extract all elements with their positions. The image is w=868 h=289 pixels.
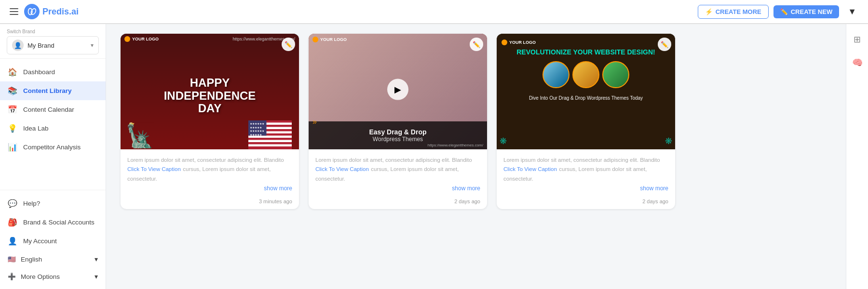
- card2-sub: Wordpress Themes: [314, 136, 481, 143]
- card3-timestamp: 2 days ago: [642, 198, 668, 204]
- card3-circle-3: [602, 61, 629, 88]
- card2-show-more[interactable]: show more: [315, 185, 480, 192]
- svg-rect-7: [248, 140, 292, 143]
- card-image-2: YOUR LOGO » ▶ Easy Drag & Drop Wordpress…: [309, 34, 487, 149]
- right-panel-icon-2[interactable]: 🧠: [850, 55, 865, 70]
- logo-text: Predis.ai: [42, 7, 79, 17]
- help-icon: 💬: [8, 199, 17, 208]
- sidebar-item-competitor-analysis[interactable]: 📊 Competitor Analysis: [0, 138, 106, 157]
- card2-edit-button[interactable]: ✏️: [470, 38, 483, 51]
- card1-timestamp: 3 minutes ago: [259, 198, 292, 204]
- card2-caption-text: Lorem ipsum dolor sit amet, consectetur …: [315, 157, 472, 163]
- more-options-label: More Options: [21, 273, 60, 280]
- sidebar-item-label: Competitor Analysis: [23, 144, 81, 151]
- right-panel: ⊞ 🧠: [846, 24, 868, 289]
- right-panel-icon-1[interactable]: ⊞: [850, 32, 865, 47]
- pencil-icon: ✏️: [780, 8, 788, 15]
- post-card-3: YOUR LOGO REVOLUTIONIZE YOUR WEBSITE DES…: [497, 34, 675, 209]
- card2-play-button[interactable]: ▶: [387, 79, 408, 100]
- sidebar-item-brand-social[interactable]: 🎒 Brand & Social Accounts: [0, 213, 106, 232]
- more-options[interactable]: ➕ More Options ▾: [0, 268, 106, 285]
- language-label: English: [21, 256, 42, 263]
- filter-icon[interactable]: ▼: [844, 5, 860, 19]
- post-card-1: YOUR LOGO https://www.elegantthemes.com/…: [121, 34, 299, 209]
- sidebar-item-label: Content Calendar: [23, 106, 74, 113]
- card1-caption-link[interactable]: Click To View Caption: [127, 166, 181, 172]
- card3-background: YOUR LOGO REVOLUTIONIZE YOUR WEBSITE DES…: [497, 34, 675, 149]
- sidebar-item-content-library[interactable]: 📚 Content Library: [0, 81, 106, 100]
- card2-logo-text: YOUR LOGO: [320, 37, 347, 42]
- card3-logo-icon: [502, 39, 507, 45]
- competitor-analysis-icon: 📊: [8, 143, 17, 152]
- sidebar-item-label: Idea Lab: [23, 125, 49, 132]
- card1-background: YOUR LOGO https://www.elegantthemes.com/…: [121, 34, 299, 149]
- svg-text:★★★★★: ★★★★★: [250, 126, 262, 129]
- svg-rect-8: [248, 144, 292, 147]
- card-image-3: YOUR LOGO REVOLUTIONIZE YOUR WEBSITE DES…: [497, 34, 675, 149]
- card3-show-more[interactable]: show more: [503, 185, 668, 192]
- card3-caption-link[interactable]: Click To View Caption: [503, 166, 557, 172]
- card1-caption-text: Lorem ipsum dolor sit amet, consectetur …: [127, 157, 284, 163]
- top-nav-right: ⚡ CREATE MORE ✏️ CREATE NEW ▼: [698, 5, 860, 19]
- card3-edit-button[interactable]: ✏️: [658, 38, 671, 51]
- card1-show-more[interactable]: show more: [127, 185, 292, 192]
- create-new-label: CREATE NEW: [791, 8, 832, 15]
- card1-edit-button[interactable]: ✏️: [282, 38, 295, 51]
- card1-title: HAPPY INDEPENDENCE DAY: [164, 77, 256, 115]
- sidebar-item-label: Help?: [23, 200, 40, 207]
- card3-circle-1: [542, 61, 570, 88]
- card3-sub: Dive Into Our Drag & Drop Wordpress Them…: [529, 95, 643, 102]
- sidebar-item-dashboard[interactable]: 🏠 Dashboard: [0, 63, 106, 81]
- card3-circles: [542, 61, 629, 88]
- brand-switch: Switch Brand 👤 My Brand ▾: [0, 24, 106, 59]
- sidebar-item-label: Dashboard: [23, 68, 55, 76]
- language-selector[interactable]: 🇺🇸 English ▾: [0, 250, 106, 268]
- post-card-2: YOUR LOGO » ▶ Easy Drag & Drop Wordpress…: [309, 34, 487, 209]
- lightning-icon: ⚡: [705, 8, 713, 15]
- nav-items: 🏠 Dashboard 📚 Content Library 📅 Content …: [0, 59, 106, 190]
- card2-body: Lorem ipsum dolor sit amet, consectetur …: [309, 149, 487, 197]
- logo-icon: [24, 4, 40, 19]
- content-area: YOUR LOGO https://www.elegantthemes.com/…: [106, 24, 846, 289]
- card3-logo: YOUR LOGO: [502, 39, 536, 45]
- card1-body: Lorem ipsum dolor sit amet, consectetur …: [121, 149, 299, 197]
- sidebar-item-label: Content Library: [23, 87, 72, 94]
- card1-footer: 3 minutes ago: [121, 197, 299, 209]
- card2-logo-icon: [312, 37, 318, 42]
- top-nav-left: Predis.ai: [8, 4, 79, 19]
- card2-timestamp: 2 days ago: [454, 198, 480, 204]
- more-chevron-icon: ▾: [95, 273, 98, 280]
- sidebar-item-my-account[interactable]: 👤 My Account: [0, 232, 106, 250]
- brand-switch-label: Switch Brand: [7, 29, 99, 34]
- content-calendar-icon: 📅: [8, 105, 17, 114]
- card2-arrows-bl-icon: »: [312, 118, 317, 126]
- sidebar-item-idea-lab[interactable]: 💡 Idea Lab: [0, 119, 106, 138]
- logo-area: Predis.ai: [24, 4, 79, 19]
- card2-caption-link[interactable]: Click To View Caption: [315, 166, 369, 172]
- cards-grid: YOUR LOGO https://www.elegantthemes.com/…: [121, 34, 675, 209]
- card3-footer: 2 days ago: [497, 197, 675, 209]
- card2-logo: YOUR LOGO: [312, 37, 347, 42]
- my-account-icon: 👤: [8, 236, 17, 246]
- card2-footer: 2 days ago: [309, 197, 487, 209]
- plus-icon: ➕: [8, 273, 16, 280]
- brand-select-dropdown[interactable]: 👤 My Brand ▾: [7, 36, 99, 54]
- create-new-button[interactable]: ✏️ CREATE NEW: [773, 5, 839, 18]
- idea-lab-icon: 💡: [8, 124, 17, 133]
- language-chevron-icon: ▾: [95, 255, 98, 263]
- card1-top-bar: YOUR LOGO https://www.elegantthemes.com/: [121, 34, 299, 44]
- create-more-button[interactable]: ⚡ CREATE MORE: [698, 5, 769, 19]
- card1-statue-icon: 🗽: [125, 122, 154, 149]
- svg-text:★★★★★★: ★★★★★★: [250, 122, 264, 125]
- card1-flag: ★★★★★★ ★★★★★ ★★★★★★ ★★★★★: [246, 120, 294, 149]
- create-more-label: CREATE MORE: [716, 8, 761, 15]
- card3-caption-text: Lorem ipsum dolor sit amet, consectetur …: [503, 157, 660, 163]
- sidebar-item-label: My Account: [23, 237, 57, 245]
- card3-ornament-right-icon: ❋: [665, 136, 672, 146]
- sidebar-bottom: 💬 Help? 🎒 Brand & Social Accounts 👤 My A…: [0, 190, 106, 289]
- hamburger-menu[interactable]: [8, 6, 20, 17]
- brand-name: My Brand: [27, 42, 87, 49]
- sidebar-item-help[interactable]: 💬 Help?: [0, 194, 106, 213]
- sidebar-item-content-calendar[interactable]: 📅 Content Calendar: [0, 100, 106, 119]
- card3-logo-text: YOUR LOGO: [509, 40, 536, 45]
